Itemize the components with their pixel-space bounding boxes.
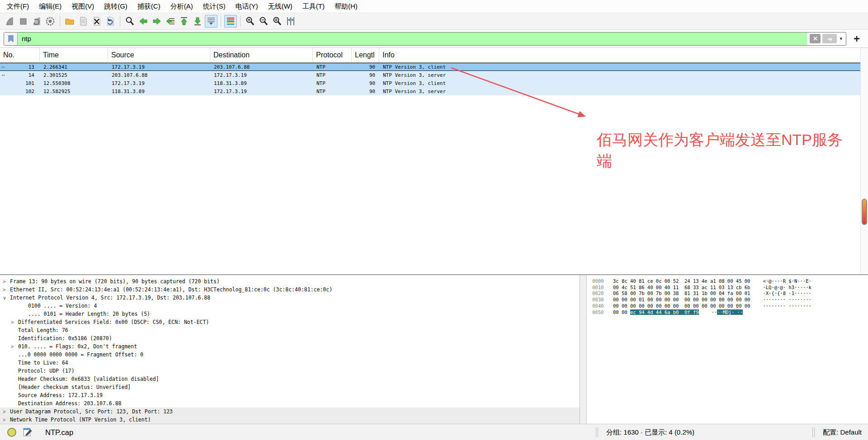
packet-row[interactable]: 101 12.550308 172.17.3.19 118.31.3.89 NT… xyxy=(0,79,868,87)
go-to-top-icon[interactable] xyxy=(178,15,190,28)
expander-icon[interactable]: > xyxy=(11,319,18,325)
detail-line[interactable]: .... 0101 = Header Length: 20 bytes (5) xyxy=(0,310,580,318)
open-file-icon[interactable] xyxy=(63,15,76,28)
auto-scroll-icon[interactable] xyxy=(205,15,217,28)
capture-filename[interactable]: NTP.cap xyxy=(45,428,73,437)
capture-comment-icon[interactable] xyxy=(23,427,33,438)
column-header-no[interactable]: No. xyxy=(0,48,40,62)
hex-row[interactable]: 001000 4c 51 86 40 00 40 11 68 33 ac 11 … xyxy=(587,285,868,291)
packet-row[interactable]: 102 12.582925 118.31.3.89 172.17.3.19 NT… xyxy=(0,87,868,95)
detail-line[interactable]: Header Checksum: 0x6833 [validation disa… xyxy=(0,375,580,383)
column-header-length[interactable]: Lengtl xyxy=(352,48,379,62)
filter-bookmark-icon[interactable] xyxy=(4,33,18,45)
column-header-source[interactable]: Source xyxy=(108,48,210,62)
menu-view[interactable]: 视图(V) xyxy=(66,0,99,13)
hex-offset: 0050 xyxy=(592,309,611,316)
expander-icon[interactable]: > xyxy=(3,287,10,292)
start-capture-icon[interactable] xyxy=(3,15,16,28)
detail-line[interactable]: >User Datagram Protocol, Src Port: 123, … xyxy=(0,407,580,416)
hex-bytes: 00 00 xyxy=(613,309,630,315)
packet-row[interactable]: ↦13 2.266341 172.17.3.19 203.107.6.88 NT… xyxy=(0,63,868,71)
menu-analyze[interactable]: 分析(A) xyxy=(165,0,198,13)
detail-line[interactable]: >010. .... = Flags: 0x2, Don't fragment xyxy=(0,342,580,351)
filter-add-button[interactable]: + xyxy=(849,32,864,46)
expander-icon[interactable]: > xyxy=(3,417,10,422)
detail-line[interactable]: >Frame 13: 90 bytes on wire (720 bits), … xyxy=(0,277,580,286)
detail-line[interactable]: Total Length: 76 xyxy=(0,326,580,334)
go-to-bottom-icon[interactable] xyxy=(191,15,204,28)
reload-file-icon[interactable] xyxy=(104,15,117,28)
hex-row[interactable]: 005000 00 ec 94 4d 44 6a b0 0f f9····MDj… xyxy=(587,309,868,316)
detail-line[interactable]: Protocol: UDP (17) xyxy=(0,367,580,375)
colorize-packets-icon[interactable] xyxy=(224,15,237,28)
profile-label[interactable]: 配置: Default xyxy=(815,428,868,437)
menu-bar: 文件(F) 编辑(E) 视图(V) 跳转(G) 捕获(C) 分析(A) 统计(S… xyxy=(0,0,868,13)
cell-length: 90 xyxy=(352,64,379,70)
filter-dropdown-icon[interactable]: ▾ xyxy=(839,36,843,42)
detail-line[interactable]: >Ethernet II, Src: 00:52:24:13:4e:a1 (00… xyxy=(0,286,580,294)
go-back-icon[interactable] xyxy=(137,15,150,28)
packet-row[interactable]: ↤14 2.301525 203.107.6.88 172.17.3.19 NT… xyxy=(0,71,868,79)
filter-clear-button[interactable]: ✕ xyxy=(810,34,821,43)
zoom-out-icon[interactable] xyxy=(257,15,270,28)
column-header-time[interactable]: Time xyxy=(40,48,108,62)
packet-list-scrollbar[interactable] xyxy=(860,48,868,274)
detail-line[interactable]: 0100 .... = Version: 4 xyxy=(0,302,580,310)
cell-no: 101 xyxy=(0,80,40,86)
column-header-destination[interactable]: Destination xyxy=(210,48,313,62)
menu-go[interactable]: 跳转(G) xyxy=(99,0,132,13)
detail-line[interactable]: Time to Live: 64 xyxy=(0,359,580,367)
detail-line[interactable]: Identification: 0x5186 (20870) xyxy=(0,334,580,342)
detail-line[interactable]: ...0 0000 0000 0000 = Fragment Offset: 0 xyxy=(0,351,580,359)
conversation-request-icon: ↦ xyxy=(2,64,5,70)
detail-line[interactable]: Destination Address: 203.107.6.88 xyxy=(0,399,580,407)
zoom-reset-icon[interactable] xyxy=(271,15,283,28)
filter-apply-button[interactable]: ➜ xyxy=(822,34,837,43)
detail-line[interactable]: [Header checksum status: Unverified] xyxy=(0,383,580,391)
go-forward-icon[interactable] xyxy=(151,15,163,28)
hex-bytes: 00 00 00 01 00 00 00 00 00 00 00 00 00 0… xyxy=(613,297,750,302)
filter-text[interactable]: ntp xyxy=(18,35,807,42)
expander-icon[interactable]: > xyxy=(3,409,10,414)
expander-icon[interactable]: > xyxy=(11,344,18,349)
go-to-packet-icon[interactable] xyxy=(164,15,177,28)
close-file-icon[interactable] xyxy=(90,15,103,28)
menu-file[interactable]: 文件(F) xyxy=(2,0,34,13)
detail-line[interactable]: Source Address: 172.17.3.19 xyxy=(0,391,580,399)
find-packet-icon[interactable] xyxy=(123,15,136,28)
detail-line[interactable]: ∨Internet Protocol Version 4, Src: 172.1… xyxy=(0,294,580,302)
detail-line[interactable]: >Network Time Protocol (NTP Version 3, c… xyxy=(0,416,580,424)
save-file-icon[interactable] xyxy=(77,15,90,28)
menu-tools[interactable]: 工具(T) xyxy=(297,0,330,13)
expander-icon[interactable]: > xyxy=(3,279,10,284)
zoom-in-icon[interactable] xyxy=(244,15,256,28)
display-filter-input[interactable]: ntp ✕ ➜ ▾ xyxy=(4,32,846,46)
hex-ascii: ········ ········ xyxy=(763,303,811,309)
hex-row[interactable]: 004000 00 00 00 00 00 00 00 00 00 00 00 … xyxy=(587,303,868,309)
column-header-protocol[interactable]: Protocol xyxy=(313,48,352,62)
menu-telephony[interactable]: 电话(Y) xyxy=(231,0,263,13)
hex-row[interactable]: 003000 00 00 01 00 00 00 00 00 00 00 00 … xyxy=(587,297,868,303)
stop-capture-icon[interactable] xyxy=(17,15,29,28)
hex-row[interactable]: 00003c 8c 40 81 ce 0c 00 52 24 13 4e a1 … xyxy=(587,278,868,285)
restart-capture-icon[interactable] xyxy=(30,15,43,28)
column-header-info[interactable]: Info xyxy=(379,48,868,62)
menu-statistics[interactable]: 统计(S) xyxy=(198,0,231,13)
expander-icon[interactable]: ∨ xyxy=(3,295,10,301)
menu-help[interactable]: 帮助(H) xyxy=(330,0,363,13)
resize-columns-icon[interactable] xyxy=(284,15,297,28)
menu-wireless[interactable]: 无线(W) xyxy=(263,0,297,13)
cell-info: NTP Version 3, server xyxy=(379,89,868,94)
expert-info-icon[interactable] xyxy=(7,428,16,437)
menu-capture[interactable]: 捕获(C) xyxy=(132,0,165,13)
details-scrollbar[interactable] xyxy=(580,275,587,424)
detail-line[interactable]: >Differentiated Services Field: 0x00 (DS… xyxy=(0,318,580,326)
detail-text: .... 0101 = Header Length: 20 bytes (5) xyxy=(28,311,150,317)
cell-source: 118.31.3.89 xyxy=(108,89,210,94)
capture-options-icon[interactable] xyxy=(44,15,57,28)
menu-edit[interactable]: 编辑(E) xyxy=(34,0,66,13)
cell-info: NTP Version 3, server xyxy=(379,72,868,78)
filter-controls: ✕ ➜ ▾ xyxy=(807,33,846,45)
hex-row[interactable]: 002006 58 00 7b 00 7b 00 38 81 31 1b 00 … xyxy=(587,290,868,297)
scrollbar-thumb[interactable] xyxy=(862,199,867,225)
